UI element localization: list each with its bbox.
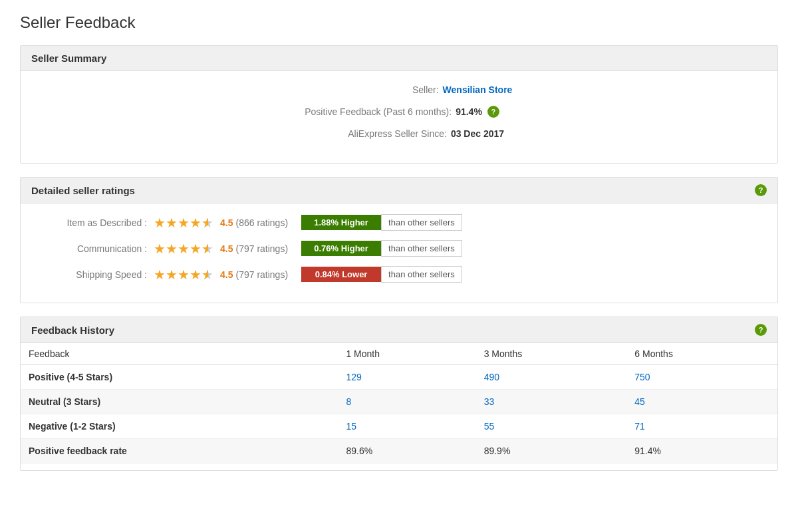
rating-count: (797 ratings) [235, 269, 288, 280]
seller-since-value: 03 Dec 2017 [451, 128, 504, 139]
table-row: Negative (1-2 Stars)155571 [21, 414, 777, 439]
feedback-history-help-icon[interactable]: ? [755, 324, 767, 336]
feedback-cell: 91.4% [626, 439, 777, 464]
detailed-ratings-section: Detailed seller ratings ? Item as Descri… [20, 177, 778, 303]
feedback-history-title: Feedback History [31, 325, 114, 336]
half-star-icon [201, 216, 215, 229]
comparison-text: than other sellers [381, 214, 462, 231]
table-column-header: Feedback [21, 343, 338, 365]
rating-numeric-value: 4.5 [220, 217, 233, 228]
positive-feedback-label: Positive Feedback (Past 6 months): [299, 106, 452, 117]
detailed-ratings-body: Item as Described :★★★★4.5(866 ratings)1… [21, 203, 777, 303]
seller-summary-body: Seller: Wensilian Store Positive Feedbac… [21, 71, 777, 163]
higher-badge: 1.88% Higher [301, 215, 381, 230]
feedback-table: Feedback1 Month3 Months6 MonthsPositive … [21, 343, 777, 464]
half-star-icon [201, 268, 215, 281]
detailed-ratings-title: Detailed seller ratings [31, 185, 135, 196]
feedback-cell[interactable]: 129 [338, 365, 475, 390]
rating-count: (797 ratings) [235, 243, 288, 254]
rating-label: Communication : [41, 243, 147, 254]
feedback-row-label: Positive (4-5 Stars) [21, 365, 338, 390]
table-row: Neutral (3 Stars)83345 [21, 390, 777, 414]
stars-icon: ★★★★ [154, 268, 215, 281]
rating-row: Item as Described :★★★★4.5(866 ratings)1… [41, 214, 757, 231]
positive-feedback-help-icon[interactable]: ? [487, 106, 499, 118]
comparison-text: than other sellers [381, 266, 462, 283]
feedback-cell[interactable]: 750 [626, 365, 777, 390]
feedback-cell: 89.6% [338, 439, 475, 464]
feedback-row-label: Positive feedback rate [21, 439, 338, 464]
feedback-row-label: Neutral (3 Stars) [21, 390, 338, 414]
table-column-header: 6 Months [626, 343, 777, 365]
stars-icon: ★★★★ [154, 242, 215, 255]
rating-numeric-value: 4.5 [220, 243, 233, 254]
rating-label: Item as Described : [41, 217, 147, 228]
table-row: Positive (4-5 Stars)129490750 [21, 365, 777, 390]
seller-since-row: AliExpress Seller Since: 03 Dec 2017 [41, 128, 757, 139]
rating-row: Communication :★★★★4.5(797 ratings)0.76%… [41, 240, 757, 257]
page-title: Seller Feedback [20, 13, 778, 32]
seller-since-label: AliExpress Seller Since: [294, 128, 447, 139]
rating-label: Shipping Speed : [41, 269, 147, 280]
table-column-header: 3 Months [476, 343, 627, 365]
comparison-text: than other sellers [381, 240, 462, 257]
feedback-row-label: Negative (1-2 Stars) [21, 414, 338, 439]
positive-feedback-row: Positive Feedback (Past 6 months): 91.4%… [41, 106, 757, 118]
rating-row: Shipping Speed :★★★★4.5(797 ratings)0.84… [41, 266, 757, 283]
seller-summary-section: Seller Summary Seller: Wensilian Store P… [20, 45, 778, 164]
feedback-cell[interactable]: 55 [476, 414, 627, 439]
feedback-cell[interactable]: 45 [626, 390, 777, 414]
rating-count: (866 ratings) [235, 217, 288, 228]
seller-name-link[interactable]: Wensilian Store [443, 84, 513, 95]
stars-icon: ★★★★ [154, 216, 215, 229]
feedback-cell[interactable]: 8 [338, 390, 475, 414]
seller-label: Seller: [286, 84, 439, 95]
seller-summary-header: Seller Summary [21, 46, 777, 71]
seller-name-row: Seller: Wensilian Store [41, 84, 757, 95]
rating-numeric-value: 4.5 [220, 269, 233, 280]
detailed-ratings-header: Detailed seller ratings ? [21, 178, 777, 203]
half-star-icon [201, 242, 215, 255]
feedback-history-body: Feedback1 Month3 Months6 MonthsPositive … [21, 343, 777, 470]
feedback-cell[interactable]: 15 [338, 414, 475, 439]
lower-badge: 0.84% Lower [301, 267, 381, 282]
table-column-header: 1 Month [338, 343, 475, 365]
detailed-ratings-help-icon[interactable]: ? [755, 184, 767, 196]
feedback-history-header: Feedback History ? [21, 317, 777, 343]
feedback-cell[interactable]: 33 [476, 390, 627, 414]
feedback-cell[interactable]: 490 [476, 365, 627, 390]
feedback-cell[interactable]: 71 [626, 414, 777, 439]
table-row: Positive feedback rate89.6%89.9%91.4% [21, 439, 777, 464]
seller-summary-title: Seller Summary [31, 53, 106, 64]
feedback-history-section: Feedback History ? Feedback1 Month3 Mont… [20, 317, 778, 471]
feedback-cell: 89.9% [476, 439, 627, 464]
higher-badge: 0.76% Higher [301, 241, 381, 256]
positive-feedback-value: 91.4% [456, 106, 482, 117]
